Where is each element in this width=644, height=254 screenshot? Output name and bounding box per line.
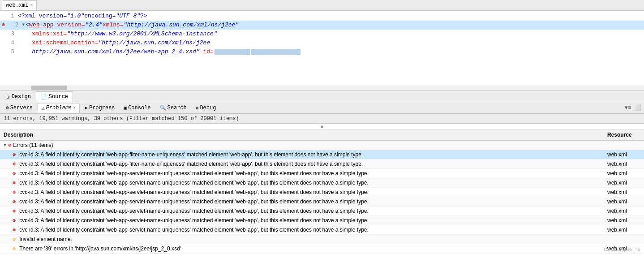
row-desc-text: cvc-id.3: A field of identity constraint… bbox=[17, 151, 363, 158]
table-row[interactable]: ⊗ cvc-id.3: A field of identity constrai… bbox=[0, 169, 644, 178]
row-content: ⊗ cvc-id.3: A field of identity constrai… bbox=[0, 150, 604, 159]
row-warning-icon: ⊛ bbox=[13, 245, 16, 252]
table-row[interactable]: ⊗ cvc-id.3: A field of identity constrai… bbox=[0, 216, 644, 225]
table-row[interactable]: ⊗ cvc-id.3: A field of identity constrai… bbox=[0, 207, 644, 216]
code-line-3[interactable]: 3 xmlns:xsi="http://www.w3.org/2001/XMLS… bbox=[0, 30, 644, 39]
code-content-2: <web-app version="2.4"xmlns="http://java… bbox=[26, 21, 642, 30]
row-desc-text: cvc-id.3: A field of identity constraint… bbox=[17, 208, 369, 214]
view-tabs: ⊞ Design 📄 Source bbox=[0, 90, 644, 102]
expand-line-2[interactable]: ▼ bbox=[22, 21, 25, 30]
row-error-icon: ⊗ bbox=[13, 227, 16, 233]
line-number-3: 3 bbox=[2, 30, 14, 39]
table-row[interactable]: ⊗ cvc-id.3: A field of identity constrai… bbox=[0, 178, 644, 188]
row-resource: web.xml bbox=[604, 170, 644, 177]
tab-source[interactable]: 📄 Source bbox=[36, 91, 73, 102]
category-errors-content: ▼ ⊗ Errors (11 items) bbox=[0, 141, 604, 150]
problems-table[interactable]: Description Resource ▼ ⊗ Errors (11 item… bbox=[0, 130, 644, 254]
row-content: ⊛ Invalid element name: bbox=[0, 235, 604, 244]
collapse-arrow-icon: ▲ bbox=[321, 124, 323, 129]
table-header: Description Resource bbox=[0, 130, 644, 141]
errors-label: Errors (11 items) bbox=[13, 142, 53, 148]
expand-errors-arrow[interactable]: ▼ bbox=[4, 143, 6, 148]
table-row[interactable]: ⊗ cvc-id.3: A field of identity constrai… bbox=[0, 188, 644, 197]
tab-problems-label: Problems bbox=[46, 105, 72, 111]
code-line-1[interactable]: 1 <?xml version="1.0"encoding="UTF-8"?> bbox=[0, 12, 644, 21]
file-tab-close[interactable]: × bbox=[30, 3, 33, 8]
tab-debug-label: Debug bbox=[200, 105, 216, 111]
code-content-3: xmlns:xsi="http://www.w3.org/2001/XMLSch… bbox=[18, 30, 642, 39]
file-tab-webxml[interactable]: web.xml × bbox=[2, 0, 37, 10]
view-menu-button[interactable]: ⬜ bbox=[633, 103, 642, 112]
tab-servers-label: Servers bbox=[10, 105, 33, 111]
row-desc-text: cvc-id.3: A field of identity constraint… bbox=[17, 189, 369, 195]
code-lines: 1 <?xml version="1.0"encoding="UTF-8"?> … bbox=[0, 11, 644, 57]
table-row[interactable]: ⊗ cvc-id.3: A field of identity constrai… bbox=[0, 150, 644, 159]
errors-dot: ⊗ bbox=[8, 142, 11, 149]
row-desc-text: cvc-id.3: A field of identity constraint… bbox=[17, 198, 369, 205]
table-row[interactable]: ⊗ cvc-id.3: A field of identity constrai… bbox=[0, 225, 644, 235]
search-icon: 🔍 bbox=[160, 105, 166, 111]
panel-tabs: ⚙ Servers ⚠ Problems × ▶ Progress ▣ Cons… bbox=[0, 102, 644, 114]
row-resource: web.xml bbox=[604, 217, 644, 224]
col-header-description: Description bbox=[0, 132, 604, 138]
tab-design-label: Design bbox=[12, 94, 31, 100]
file-tab-label: web.xml bbox=[6, 2, 28, 9]
row-resource: web.xml bbox=[604, 208, 644, 214]
editor-tab-bar: web.xml × bbox=[0, 0, 644, 11]
tab-console[interactable]: ▣ Console bbox=[120, 103, 155, 113]
row-error-icon: ⊗ bbox=[13, 198, 16, 205]
problems-icon: ⚠ bbox=[42, 105, 45, 111]
code-content-1: <?xml version="1.0"encoding="UTF-8"?> bbox=[18, 12, 642, 21]
console-icon: ▣ bbox=[124, 105, 127, 111]
code-editor[interactable]: 1 <?xml version="1.0"encoding="UTF-8"?> … bbox=[0, 11, 644, 90]
line-number-1: 1 bbox=[2, 12, 14, 21]
row-content: ⊗ cvc-id.3: A field of identity constrai… bbox=[0, 225, 604, 234]
row-content: ⊗ cvc-id.3: A field of identity constrai… bbox=[0, 216, 604, 225]
row-desc-text: cvc-id.3: A field of identity constraint… bbox=[17, 227, 369, 233]
code-line-2[interactable]: ⊗ 2 ▼ <web-app version="2.4"xmlns="http:… bbox=[0, 21, 644, 30]
row-desc-text: cvc-id.3: A field of identity constraint… bbox=[17, 161, 363, 167]
tab-progress[interactable]: ▶ Progress bbox=[81, 103, 119, 113]
code-line-4[interactable]: 4 xsi:schemaLocation="http://java.sun.co… bbox=[0, 39, 644, 47]
tab-problems[interactable]: ⚠ Problems × bbox=[38, 103, 80, 113]
code-content-4: xsi:schemaLocation="http://java.sun.com/… bbox=[18, 39, 642, 47]
row-error-icon: ⊗ bbox=[13, 151, 16, 158]
error-dot-line-2: ⊗ bbox=[2, 21, 5, 30]
tab-debug[interactable]: ✿ Debug bbox=[192, 103, 220, 113]
row-error-icon: ⊗ bbox=[13, 189, 16, 196]
line-number-4: 4 bbox=[2, 39, 14, 47]
problems-close[interactable]: × bbox=[73, 106, 76, 111]
line-number-5: 5 bbox=[2, 47, 14, 56]
collapse-arrow-row[interactable]: ▲ bbox=[0, 124, 644, 130]
code-line-5[interactable]: 5 http://java.sun.com/xml/ns/j2ee/web-ap… bbox=[0, 47, 644, 56]
row-content: ⊗ cvc-id.3: A field of identity constrai… bbox=[0, 188, 604, 197]
filter-button[interactable]: ▼≡ bbox=[623, 103, 632, 112]
row-desc-text: cvc-id.3: A field of identity constraint… bbox=[17, 170, 369, 177]
bottom-panel: ⚙ Servers ⚠ Problems × ▶ Progress ▣ Cons… bbox=[0, 102, 644, 254]
table-row[interactable]: ⊗ cvc-id.3: A field of identity constrai… bbox=[0, 197, 644, 207]
panel-actions: ▼≡ ⬜ bbox=[623, 103, 644, 112]
row-error-icon: ⊗ bbox=[13, 217, 16, 224]
tab-search[interactable]: 🔍 Search bbox=[156, 103, 191, 113]
table-row[interactable]: ⊛ There are '39' errors in 'http://java.… bbox=[0, 244, 644, 254]
watermark-text: CSDN @jack_liq bbox=[604, 247, 640, 252]
row-content: ⊗ cvc-id.3: A field of identity constrai… bbox=[0, 169, 604, 178]
row-resource: web.xml bbox=[604, 151, 644, 158]
row-content: ⊗ cvc-id.3: A field of identity constrai… bbox=[0, 178, 604, 187]
line-number-2: 2 bbox=[6, 21, 18, 30]
tab-servers[interactable]: ⚙ Servers bbox=[2, 103, 37, 113]
row-resource: web.xml bbox=[604, 180, 644, 186]
servers-icon: ⚙ bbox=[6, 105, 9, 111]
watermark: CSDN @jack_liq bbox=[604, 247, 640, 252]
tab-design[interactable]: ⊞ Design bbox=[2, 91, 36, 102]
tab-console-label: Console bbox=[128, 105, 150, 111]
row-error-icon: ⊗ bbox=[13, 180, 16, 186]
table-row[interactable]: ⊗ cvc-id.3: A field of identity constrai… bbox=[0, 159, 644, 169]
row-desc-text: There are '39' errors in 'http://java.su… bbox=[17, 245, 181, 252]
table-row[interactable]: ⊛ Invalid element name: bbox=[0, 235, 644, 244]
h-scrollbar[interactable] bbox=[0, 85, 644, 90]
col-header-resource: Resource bbox=[604, 132, 644, 138]
category-errors[interactable]: ▼ ⊗ Errors (11 items) bbox=[0, 141, 644, 150]
design-icon: ⊞ bbox=[7, 94, 10, 100]
debug-icon: ✿ bbox=[196, 105, 199, 111]
